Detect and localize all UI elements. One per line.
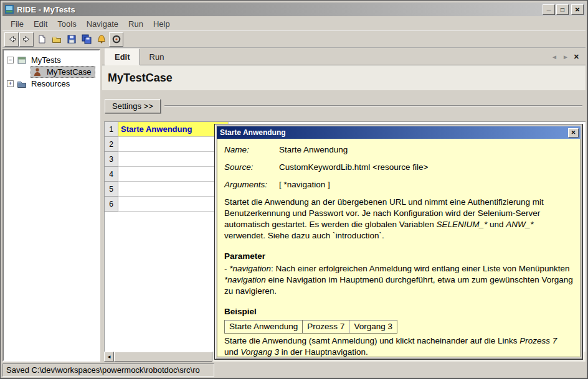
menu-navigate[interactable]: Navigate [82,17,123,30]
scroll-left-icon[interactable]: ◄ [104,352,114,362]
menu-run[interactable]: Run [123,17,148,30]
example-cell: Starte Anwendung [224,320,303,334]
sidebar-item-mytestcase[interactable]: MyTestCase [4,66,99,78]
folder-icon [17,79,27,89]
tab-edit[interactable]: Edit [105,49,140,65]
keyword-doc-popup: Starte Anwendung ✕ Name: Starte Anwendun… [214,124,583,360]
tab-close-icon[interactable]: ✕ [574,53,579,61]
divider [164,105,582,106]
app-icon[interactable] [4,4,14,14]
save-icon [67,34,77,44]
keyword-description: Startet die Anwendung an der übergebenen… [224,197,573,241]
menu-tools[interactable]: Tools [52,17,81,30]
page-title: MyTestCase [108,72,173,85]
field-source: Source: CustomKeywordLib.html <resource … [224,162,573,173]
grid-cell[interactable] [118,152,229,167]
row-number[interactable]: 5 [105,182,118,197]
new-suite-button[interactable] [34,32,49,47]
menu-help[interactable]: Help [148,17,175,30]
menu-file[interactable]: File [6,17,29,30]
row-number[interactable]: 1 [105,122,118,137]
parameter-heading: Parameter [224,251,573,262]
example-cell: Vorgang 3 [349,320,397,334]
grid-cell[interactable] [118,137,229,152]
bell-icon [97,34,107,44]
field-name: Name: Starte Anwendung [224,144,573,156]
settings-row: Settings >> [102,90,586,121]
popup-title: Starte Anwendung [220,128,568,137]
open-folder-icon [52,34,62,44]
tree-label-resources: Resources [29,78,72,89]
forward-icon [22,34,32,44]
example-heading: Beispiel [224,306,573,317]
close-icon: ✕ [571,129,576,136]
row-number[interactable]: 6 [105,197,118,212]
save-all-button[interactable] [79,32,93,47]
tab-bar: Edit Run ◄ ► ✕ [102,48,586,65]
new-suite-icon [37,34,47,44]
testcase-icon [32,67,42,77]
tab-run[interactable]: Run [140,49,174,65]
popup-body: Name: Starte Anwendung Source: CustomKey… [217,139,581,357]
settings-toggle-button[interactable]: Settings >> [105,99,161,113]
tree-label-mytestcase: MyTestCase [45,67,93,77]
testcase-header: MyTestCase [102,65,586,90]
title-bar[interactable]: RIDE - MyTests _ □ ✕ [2,2,586,16]
example-description: Starte die Anwendung (samt Anmeldung) un… [224,335,573,357]
collapse-expander-icon[interactable]: − [7,57,14,63]
close-button[interactable]: ✕ [571,4,584,15]
expand-expander-icon[interactable]: + [7,80,14,87]
sidebar-item-mytests[interactable]: − MyTests [4,54,99,66]
field-arguments: Arguments: [ *navigation ] [224,179,573,190]
sidebar-item-resources[interactable]: + Resources [4,78,99,90]
example-table: Starte Anwendung Prozess 7 Vorgang 3 [224,320,573,334]
popup-close-button[interactable]: ✕ [568,128,579,138]
scrollbar-thumb[interactable] [114,352,212,362]
field-source-value: CustomKeywordLib.html <resource file> [279,162,428,173]
record-button[interactable] [109,32,123,47]
grid-cell[interactable] [118,197,229,212]
tree-label-mytests: MyTests [29,55,63,65]
row-number[interactable]: 3 [105,152,118,167]
test-suite-tree: − MyTests MyTestCase + Resources [2,49,100,362]
field-name-value: Starte Anwendung [279,144,348,156]
row-number[interactable]: 2 [105,137,118,152]
open-button[interactable] [49,32,64,47]
forward-button[interactable] [19,32,34,47]
toolbar [2,30,586,47]
grid-cell-keyword[interactable]: Starte Anwendung [118,122,229,137]
back-button[interactable] [4,32,19,47]
status-bar: Saved C:\dev\workspaces\powermock\robotd… [2,363,586,377]
grid-cell[interactable] [118,182,229,197]
popup-title-bar[interactable]: Starte Anwendung ✕ [217,126,581,139]
maximize-button[interactable]: □ [556,4,569,15]
window-title: RIDE - MyTests [17,5,541,14]
menu-edit[interactable]: Edit [29,17,52,30]
row-number[interactable]: 4 [105,167,118,182]
minimize-button[interactable]: _ [543,4,555,15]
grid-cell[interactable] [118,167,229,182]
suite-icon [17,55,27,65]
field-arguments-value: [ *navigation ] [279,179,330,190]
status-message: Saved C:\dev\workspaces\powermock\robotd… [2,363,214,377]
save-button[interactable] [64,32,78,47]
bell-button[interactable] [94,32,108,47]
parameter-description: - *navigation: Nach einer erfolgreichen … [224,263,573,297]
back-icon [7,34,17,44]
save-all-icon [82,34,92,44]
menu-bar: File Edit Tools Navigate Run Help [2,17,586,30]
app-window: RIDE - MyTests _ □ ✕ File Edit Tools Nav… [0,0,588,379]
tab-prev-icon[interactable]: ◄ [551,54,557,60]
record-icon [111,34,121,44]
tab-next-icon[interactable]: ► [562,54,569,60]
example-cell: Prozess 7 [302,320,349,334]
tab-nav: ◄ ► ✕ [551,53,586,65]
